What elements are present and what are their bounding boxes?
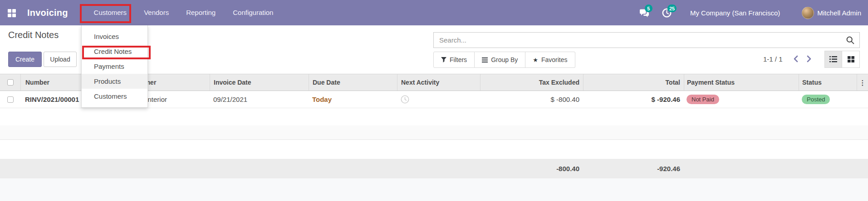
customers-dropdown-menu: Invoices Credit Notes Payments Products … xyxy=(81,25,148,108)
create-button[interactable]: Create xyxy=(8,52,42,67)
pager-counter: 1-1 / 1 xyxy=(763,55,783,63)
star-icon: ★ xyxy=(533,57,538,63)
select-all-checkbox[interactable] xyxy=(7,79,14,86)
filters-button[interactable]: Filters xyxy=(433,52,475,68)
group-by-bars-icon xyxy=(482,57,488,62)
empty-row xyxy=(0,140,868,159)
search-input[interactable] xyxy=(434,33,859,48)
search-filter-bar: Filters Group By ★ Favorites xyxy=(433,52,575,68)
footer-total-sum: -920.46 xyxy=(583,159,684,178)
nav-menu-configuration[interactable]: Configuration xyxy=(224,0,282,25)
content-bottom-area xyxy=(0,178,868,201)
messages-icon[interactable]: 5 xyxy=(639,8,650,18)
systray: 5 25 My Company (San Francisco) Mitchell… xyxy=(639,7,861,19)
dropdown-item-products[interactable]: Products xyxy=(82,74,147,89)
payment-status-badge: Not Paid xyxy=(687,95,719,104)
invoicing-app-window: Invoicing Customers Vendors Reporting Co… xyxy=(0,0,868,201)
footer-tax-excluded-sum: -800.40 xyxy=(480,159,583,178)
upload-button[interactable]: Upload xyxy=(44,52,77,67)
column-header-total[interactable]: Total xyxy=(583,74,684,91)
list-view-icon xyxy=(829,56,837,62)
group-by-button[interactable]: Group By xyxy=(475,52,525,68)
activities-icon[interactable]: 25 xyxy=(662,8,673,18)
dropdown-item-credit-notes[interactable]: Credit Notes xyxy=(82,44,147,59)
company-switcher[interactable]: My Company (San Francisco) xyxy=(690,9,780,17)
empty-row-shaded xyxy=(0,125,868,140)
nav-menu-customers[interactable]: Customers xyxy=(85,0,136,25)
activities-badge: 25 xyxy=(667,5,677,12)
nav-menu-reporting[interactable]: Reporting xyxy=(177,0,224,25)
column-header-tax-excluded[interactable]: Tax Excluded xyxy=(480,74,583,91)
cell-next-activity xyxy=(397,91,480,108)
view-switcher xyxy=(824,51,860,68)
dropdown-item-payments[interactable]: Payments xyxy=(82,59,147,74)
status-badge: Posted xyxy=(802,95,830,104)
search-icon[interactable] xyxy=(846,36,854,44)
column-header-payment-status[interactable]: Payment Status xyxy=(684,74,799,91)
nav-menu-vendors[interactable]: Vendors xyxy=(135,0,177,25)
column-header-due-date[interactable]: Due Date xyxy=(309,74,397,91)
dropdown-item-customers[interactable]: Customers xyxy=(82,89,147,104)
select-all-checkbox-cell xyxy=(0,74,20,91)
filters-label: Filters xyxy=(450,56,467,63)
cell-status: Posted xyxy=(799,91,857,108)
row-checkbox-cell xyxy=(0,91,20,108)
table-footer-row: -800.40 -920.46 xyxy=(0,159,868,178)
kebab-icon: ⋮ xyxy=(859,79,866,86)
cell-total: $ -920.46 xyxy=(583,91,684,108)
favorites-button[interactable]: ★ Favorites xyxy=(525,52,575,68)
apps-menu-icon[interactable] xyxy=(8,9,15,17)
column-header-next-activity[interactable]: Next Activity xyxy=(397,74,480,91)
kanban-view-button[interactable] xyxy=(842,51,860,68)
column-header-invoice-date[interactable]: Invoice Date xyxy=(210,74,309,91)
user-menu[interactable]: Mitchell Admin xyxy=(802,7,861,19)
cell-due-date: Today xyxy=(309,91,397,108)
column-header-status[interactable]: Status xyxy=(799,74,857,91)
search-box xyxy=(433,32,860,48)
chevron-left-icon xyxy=(793,55,798,62)
cell-invoice-date: 09/21/2021 xyxy=(210,91,309,108)
top-navbar: Invoicing Customers Vendors Reporting Co… xyxy=(0,0,868,25)
user-avatar xyxy=(802,7,814,19)
messages-badge: 5 xyxy=(645,5,652,12)
kanban-view-icon xyxy=(848,56,854,62)
dropdown-item-invoices[interactable]: Invoices xyxy=(82,29,147,44)
filter-funnel-icon xyxy=(441,57,446,62)
favorites-label: Favorites xyxy=(541,56,568,63)
cell-payment-status: Not Paid xyxy=(684,91,799,108)
app-brand-title: Invoicing xyxy=(27,8,68,18)
next-activity-clock-icon[interactable] xyxy=(401,95,409,104)
list-view-button[interactable] xyxy=(824,51,842,68)
column-options-button[interactable]: ⋮ xyxy=(857,74,868,91)
row-checkbox[interactable] xyxy=(7,96,14,103)
group-by-label: Group By xyxy=(491,56,518,63)
user-name: Mitchell Admin xyxy=(817,9,861,17)
cell-tax-excluded: $ -800.40 xyxy=(480,91,583,108)
pager-next-button[interactable] xyxy=(803,53,815,65)
chevron-right-icon xyxy=(807,55,812,62)
page-title: Credit Notes xyxy=(8,30,59,40)
pager-previous-button[interactable] xyxy=(790,53,801,65)
empty-row xyxy=(0,108,868,125)
